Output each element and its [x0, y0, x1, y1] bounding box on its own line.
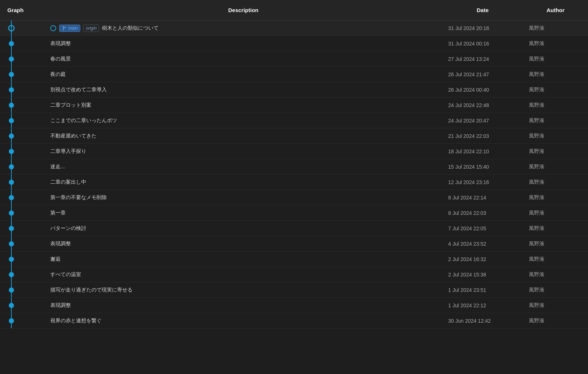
description-cell: mainorigin樹木と人の類似について [44, 25, 442, 32]
author-cell: 風野湊 [523, 102, 588, 109]
table-row[interactable]: mainorigin樹木と人の類似について31 Jul 2024 20:18風野… [0, 21, 588, 36]
commit-description: パターンの検討 [50, 225, 86, 232]
graph-cell [0, 236, 44, 251]
table-row[interactable]: 不動産屋めいてきた21 Jul 2024 22:03風野湊 [0, 128, 588, 144]
commit-dot [9, 226, 14, 231]
commit-description: ここまでの二章いったんボツ [50, 117, 117, 124]
table-row[interactable]: 別視点で改めて二章導入26 Jul 2024 00:40風野湊 [0, 82, 588, 98]
commit-dot [9, 241, 14, 246]
table-row[interactable]: 描写が走り過ぎたので現実に寄せる1 Jul 2024 23:51風野湊 [0, 282, 588, 298]
description-cell: 第一章の不要なメモ削除 [44, 194, 442, 201]
author-cell: 風野湊 [523, 256, 588, 263]
commit-dot [9, 41, 14, 46]
date-cell: 1 Jul 2024 23:51 [442, 287, 523, 293]
table-row[interactable]: すべての温室2 Jul 2024 15:38風野湊 [0, 267, 588, 282]
graph-cell [0, 113, 44, 128]
description-cell: 別視点で改めて二章導入 [44, 87, 442, 93]
description-header: Description [44, 7, 442, 13]
commit-dot [9, 164, 14, 169]
table-row[interactable]: ここまでの二章いったんボツ24 Jul 2024 20:47風野湊 [0, 113, 588, 128]
description-cell: 視界の赤と連想を繋ぐ [44, 318, 442, 324]
git-log-table: Graph Description Date Author mainorigin… [0, 0, 588, 374]
commit-list: mainorigin樹木と人の類似について31 Jul 2024 20:18風野… [0, 21, 588, 329]
date-cell: 2 Jul 2024 16:32 [442, 256, 523, 262]
graph-cell [0, 175, 44, 190]
table-row[interactable]: 第一章の不要なメモ削除8 Jul 2024 22:14風野湊 [0, 190, 588, 205]
table-row[interactable]: 表現調整31 Jul 2024 00:16風野湊 [0, 36, 588, 51]
date-cell: 1 Jul 2024 22:12 [442, 302, 523, 308]
table-row[interactable]: パターンの検討7 Jul 2024 22:05風野湊 [0, 221, 588, 236]
graph-cell [0, 205, 44, 220]
commit-dot [9, 133, 14, 139]
commit-dot [9, 287, 14, 293]
author-cell: 風野湊 [523, 287, 588, 293]
date-cell: 15 Jul 2024 15:40 [442, 164, 523, 170]
description-cell: 邂逅 [44, 256, 442, 263]
graph-cell [0, 36, 44, 51]
commit-description: 迷走... [50, 164, 65, 170]
table-row[interactable]: 二章プロット別案24 Jul 2024 22:48風野湊 [0, 98, 588, 113]
commit-description: 樹木と人の類似について [102, 25, 159, 32]
date-cell: 31 Jul 2024 20:18 [442, 25, 523, 31]
commit-description: すべての温室 [50, 271, 81, 278]
table-row[interactable]: 迷走...15 Jul 2024 15:40風野湊 [0, 159, 588, 175]
table-row[interactable]: 二章導入手探り18 Jul 2024 22:10風野湊 [0, 144, 588, 159]
commit-description: 第一章の不要なメモ削除 [50, 194, 107, 201]
author-cell: 風野湊 [523, 71, 588, 78]
date-cell: 31 Jul 2024 00:16 [442, 41, 523, 47]
author-header: Author [523, 7, 588, 13]
graph-cell [0, 252, 44, 267]
author-cell: 風野湊 [523, 225, 588, 232]
graph-cell [0, 313, 44, 328]
commit-description: 夜の庭 [50, 71, 66, 78]
table-row[interactable]: 表現調整1 Jul 2024 22:12風野湊 [0, 298, 588, 313]
author-cell: 風野湊 [523, 271, 588, 278]
commit-description: 第一章 [50, 210, 66, 216]
description-cell: パターンの検討 [44, 225, 442, 232]
graph-cell [0, 190, 44, 205]
date-cell: 8 Jul 2024 22:03 [442, 210, 523, 216]
date-header: Date [442, 7, 523, 13]
commit-description: 描写が走り過ぎたので現実に寄せる [50, 287, 133, 293]
date-cell: 30 Jun 2024 12:42 [442, 318, 523, 324]
date-cell: 2 Jul 2024 15:38 [442, 272, 523, 278]
commit-dot [9, 118, 14, 123]
description-cell: 春の風景 [44, 56, 442, 62]
description-cell: 二章の案出し中 [44, 179, 442, 186]
commit-description: 表現調整 [50, 241, 71, 247]
author-cell: 風野湊 [523, 25, 588, 32]
date-cell: 21 Jul 2024 22:03 [442, 133, 523, 139]
table-row[interactable]: 夜の庭26 Jul 2024 21:47風野湊 [0, 67, 588, 82]
author-cell: 風野湊 [523, 40, 588, 47]
table-row[interactable]: 表現調整4 Jul 2024 23:52風野湊 [0, 236, 588, 252]
author-cell: 風野湊 [523, 241, 588, 247]
date-cell: 26 Jul 2024 00:40 [442, 87, 523, 93]
graph-cell [0, 128, 44, 143]
commit-description: 別視点で改めて二章導入 [50, 87, 107, 93]
commit-dot [9, 87, 14, 92]
table-row[interactable]: 視界の赤と連想を繋ぐ30 Jun 2024 12:42風野湊 [0, 313, 588, 329]
table-row[interactable]: 第一章8 Jul 2024 22:03風野湊 [0, 205, 588, 221]
git-icon [62, 26, 67, 31]
commit-dot [9, 303, 14, 308]
commit-description: 表現調整 [50, 40, 71, 47]
date-cell: 27 Jul 2024 13:24 [442, 56, 523, 62]
author-cell: 風野湊 [523, 133, 588, 139]
branch-badge-main: main [59, 25, 80, 32]
commit-dot [9, 210, 14, 216]
graph-cell [0, 21, 44, 36]
table-row[interactable]: 邂逅2 Jul 2024 16:32風野湊 [0, 252, 588, 267]
commit-dot [9, 195, 14, 200]
date-cell: 8 Jul 2024 22:14 [442, 195, 523, 201]
description-cell: 描写が走り過ぎたので現実に寄せる [44, 287, 442, 293]
table-row[interactable]: 春の風景27 Jul 2024 13:24風野湊 [0, 51, 588, 67]
description-cell: ここまでの二章いったんボツ [44, 117, 442, 124]
author-cell: 風野湊 [523, 318, 588, 324]
commit-dot [8, 25, 15, 32]
commit-description: 二章導入手探り [50, 148, 86, 155]
table-row[interactable]: 二章の案出し中12 Jul 2024 23:16風野湊 [0, 175, 588, 190]
graph-cell [0, 98, 44, 113]
author-cell: 風野湊 [523, 194, 588, 201]
table-header: Graph Description Date Author [0, 0, 588, 21]
date-cell: 18 Jul 2024 22:10 [442, 148, 523, 154]
